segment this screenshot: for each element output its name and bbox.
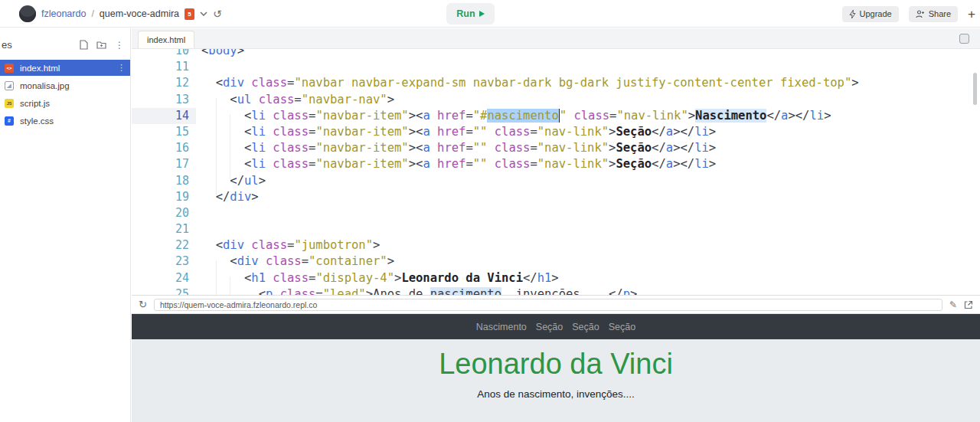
preview-nav-link-0[interactable]: Nascimento (476, 322, 527, 332)
code-text: <li class="navbar-item"><a href="" class… (196, 140, 716, 156)
indent-guide (216, 98, 217, 195)
code-line-20[interactable]: 20 (132, 205, 980, 221)
line-number: 18 (132, 173, 196, 189)
code-text: <ul class="navbar-nav"> (196, 92, 394, 108)
files-panel-actions: ⋮ (80, 40, 124, 51)
tab-index-html[interactable]: index.html (138, 31, 194, 48)
breadcrumb-separator: / (91, 8, 93, 19)
code-text (196, 59, 201, 75)
line-number: 20 (132, 205, 196, 221)
run-button[interactable]: Run (446, 3, 495, 25)
chevron-down-icon[interactable] (200, 11, 207, 16)
code-text (196, 205, 201, 221)
code-text: <li class="navbar-item"><a href="" class… (196, 156, 716, 172)
files-panel-header: es ⋮ (2, 39, 124, 51)
history-icon[interactable]: ↺ (213, 8, 222, 19)
js-file-icon: JS (5, 99, 14, 108)
line-number: 16 (132, 140, 196, 156)
code-lines: 10<body>1112 <div class="navbar navbar-e… (132, 49, 980, 295)
code-line-18[interactable]: 18 </ul> (132, 173, 980, 189)
code-area[interactable]: 10<body>1112 <div class="navbar navbar-e… (132, 49, 980, 295)
line-number: 11 (132, 59, 196, 75)
preview-jumbotron: Leonardo da Vinci Anos de nascimento, in… (132, 339, 980, 422)
files-sidebar: es ⋮ <>index.html⋮◢monalisa.jpgJSscript.… (0, 28, 131, 422)
line-number: 25 (132, 286, 196, 295)
run-label: Run (456, 8, 475, 19)
edit-url-pencil-icon[interactable]: ✎ (949, 300, 957, 309)
image-file-icon: ◢ (5, 81, 14, 90)
preview-pane: ↻ ✎ NascimentoSeçãoSeçãoSeção Leonardo d… (132, 295, 980, 422)
preview-nav-link-1[interactable]: Seção (536, 322, 563, 332)
code-text: </ul> (196, 173, 266, 189)
file-item-style.css[interactable]: #style.css (0, 113, 130, 129)
code-line-25[interactable]: 25 <p class="lead">Anos de nascimento, i… (132, 286, 980, 295)
line-number: 24 (132, 270, 196, 286)
html-file-icon: <> (5, 64, 14, 73)
preview-nav-link-3[interactable]: Seção (609, 322, 635, 332)
collapse-pane-icon[interactable] (959, 34, 969, 44)
top-bar-actions: Upgrade Share + (842, 0, 976, 28)
file-item-monalisa.jpg[interactable]: ◢monalisa.jpg (0, 77, 130, 93)
indent-guide (230, 114, 230, 179)
breadcrumb: fzleonardo / quem-voce-admira 5 ↺ (19, 0, 222, 28)
file-name: style.css (20, 116, 54, 126)
upgrade-button[interactable]: Upgrade (842, 6, 899, 22)
refresh-icon[interactable]: ↻ (139, 299, 147, 309)
code-line-23[interactable]: 23 <div class="container"> (132, 254, 980, 270)
upgrade-icon (849, 10, 856, 18)
editor-tab-bar: index.html (132, 28, 980, 49)
code-line-17[interactable]: 17 <li class="navbar-item"><a href="" cl… (132, 156, 980, 172)
code-text (196, 221, 201, 237)
preview-nav-link-2[interactable]: Seção (572, 322, 599, 332)
code-editor: index.html 10<body>1112 <div class="navb… (132, 28, 980, 295)
file-options-kebab-icon[interactable]: ⋮ (117, 63, 126, 73)
files-menu-kebab-icon[interactable]: ⋮ (115, 40, 124, 51)
new-tab-plus-icon[interactable]: + (968, 8, 975, 21)
code-line-24[interactable]: 24 <h1 class="display-4">Leonardo da Vin… (132, 270, 980, 286)
code-text: <p class="lead">Anos de nascimento, inve… (196, 286, 637, 295)
code-text: <li class="navbar-item"><a href="#nascim… (196, 108, 831, 124)
code-line-15[interactable]: 15 <li class="navbar-item"><a href="" cl… (132, 124, 980, 140)
share-button[interactable]: Share (909, 6, 958, 22)
html-language-icon: 5 (185, 8, 194, 20)
line-number: 12 (132, 75, 196, 91)
file-name: index.html (20, 64, 60, 73)
line-number: 21 (132, 221, 196, 237)
code-text: <div class="navbar navbar-expand-sm navb… (196, 75, 859, 91)
file-item-script.js[interactable]: JSscript.js (0, 95, 130, 111)
line-number: 22 (132, 237, 196, 254)
file-list: <>index.html⋮◢monalisa.jpgJSscript.js#st… (0, 60, 130, 129)
code-text: <h1 class="display-4">Leonardo da Vinci<… (196, 270, 559, 286)
code-line-13[interactable]: 13 <ul class="navbar-nav"> (132, 92, 980, 108)
code-line-10[interactable]: 10<body> (132, 49, 980, 59)
code-text: <body> (196, 49, 244, 59)
preview-heading: Leonardo da Vinci (132, 348, 980, 381)
code-text: </div> (196, 189, 259, 205)
new-folder-icon[interactable] (96, 41, 106, 49)
code-line-21[interactable]: 21 (132, 221, 980, 237)
code-line-14[interactable]: 14 <li class="navbar-item"><a href="#nas… (132, 108, 980, 124)
open-in-new-tab-icon[interactable] (964, 300, 973, 309)
code-line-11[interactable]: 11 (132, 59, 980, 75)
preview-lead-text: Anos de nascimento, invenções.... (132, 388, 980, 400)
play-icon (479, 11, 485, 17)
code-line-22[interactable]: 22 <div class="jumbotron"> (132, 237, 980, 254)
editor-scrollbar[interactable] (973, 73, 977, 105)
code-text: <div class="container"> (196, 254, 394, 270)
code-text: <div class="jumbotron"> (196, 237, 380, 254)
code-line-19[interactable]: 19 </div> (132, 189, 980, 205)
file-item-index.html[interactable]: <>index.html⋮ (0, 60, 130, 76)
file-name: script.js (20, 99, 50, 108)
line-number: 15 (132, 124, 196, 140)
url-input[interactable] (154, 299, 942, 311)
new-file-icon[interactable] (80, 40, 88, 50)
repl-name[interactable]: quem-voce-admira (100, 8, 179, 19)
code-line-16[interactable]: 16 <li class="navbar-item"><a href="" cl… (132, 140, 980, 156)
code-line-12[interactable]: 12 <div class="navbar navbar-expand-sm n… (132, 75, 980, 91)
username-link[interactable]: fzleonardo (41, 8, 86, 19)
top-bar: fzleonardo / quem-voce-admira 5 ↺ Run Up… (0, 0, 980, 28)
preview-url-bar: ↻ ✎ (132, 296, 980, 314)
share-label: Share (929, 9, 951, 18)
line-number: 13 (132, 92, 196, 108)
user-avatar[interactable] (19, 5, 36, 22)
